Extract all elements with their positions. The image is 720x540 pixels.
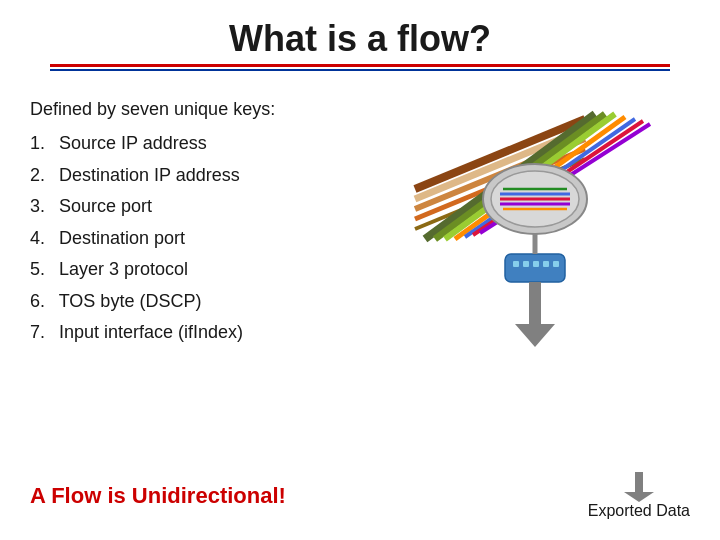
page-title: What is a flow?	[20, 18, 700, 60]
keys-list: 1. Source IP address 2. Destination IP a…	[30, 128, 380, 349]
svg-rect-21	[523, 261, 529, 267]
footer: A Flow is Unidirectional! Exported Data	[0, 462, 720, 540]
item-text: Input interface (ifIndex)	[59, 322, 243, 342]
svg-rect-24	[553, 261, 559, 267]
list-item: 3. Source port	[30, 191, 380, 223]
flow-unidirectional-label: A Flow is Unidirectional!	[30, 483, 286, 509]
svg-rect-22	[533, 261, 539, 267]
network-diagram-svg	[395, 109, 675, 359]
list-item: 4. Destination port	[30, 223, 380, 255]
list-item: 7. Input interface (ifIndex)	[30, 317, 380, 349]
defined-by-text: Defined by seven unique keys:	[30, 99, 380, 120]
item-num: 2.	[30, 160, 54, 192]
item-text: Destination IP address	[59, 165, 240, 185]
svg-rect-23	[543, 261, 549, 267]
list-item: 6. TOS byte (DSCP)	[30, 286, 380, 318]
left-panel: Defined by seven unique keys: 1. Source …	[30, 99, 380, 452]
item-text: Source IP address	[59, 133, 207, 153]
svg-marker-27	[515, 324, 555, 347]
item-num: 1.	[30, 128, 54, 160]
item-text: Destination port	[59, 228, 185, 248]
slide: What is a flow? Defined by seven unique …	[0, 0, 720, 540]
item-num: 6.	[30, 286, 54, 318]
item-num: 3.	[30, 191, 54, 223]
export-arrow-icon	[619, 472, 659, 502]
list-item: 1. Source IP address	[30, 128, 380, 160]
item-num: 7.	[30, 317, 54, 349]
item-text: Layer 3 protocol	[59, 259, 188, 279]
list-item: 5. Layer 3 protocol	[30, 254, 380, 286]
divider-red	[50, 64, 670, 67]
divider-blue	[50, 69, 670, 71]
svg-rect-20	[513, 261, 519, 267]
footer-right: Exported Data	[588, 472, 690, 520]
item-text: TOS byte (DSCP)	[59, 291, 202, 311]
content-area: Defined by seven unique keys: 1. Source …	[0, 79, 720, 462]
svg-rect-19	[505, 254, 565, 282]
exported-data-label: Exported Data	[588, 502, 690, 520]
header: What is a flow?	[0, 0, 720, 79]
svg-marker-29	[624, 492, 654, 502]
item-text: Source port	[59, 196, 152, 216]
list-item: 2. Destination IP address	[30, 160, 380, 192]
right-panel	[380, 99, 690, 452]
item-num: 5.	[30, 254, 54, 286]
item-num: 4.	[30, 223, 54, 255]
